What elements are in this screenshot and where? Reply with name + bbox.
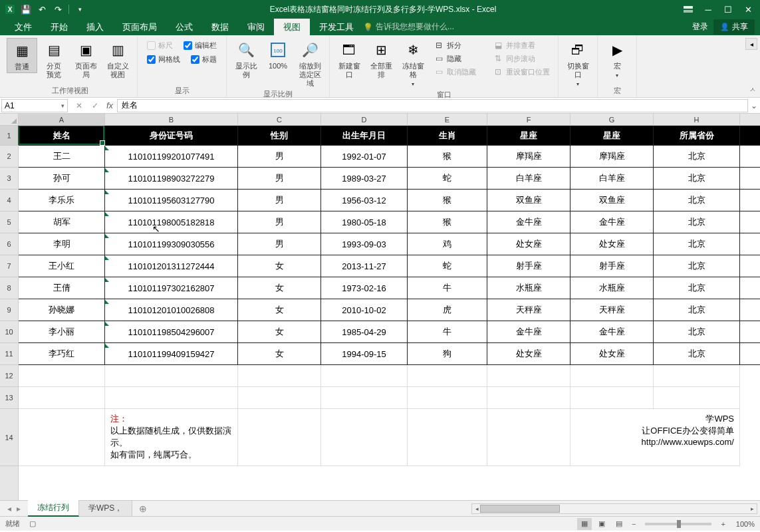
gridlines-checkbox[interactable]: 网格线 — [147, 55, 180, 65]
empty-cell[interactable] — [238, 365, 321, 387]
zoom-slider[interactable] — [645, 523, 711, 525]
column-header[interactable]: C — [238, 114, 321, 125]
header-cell[interactable]: 性别 — [238, 126, 321, 145]
empty-cell[interactable] — [19, 387, 105, 409]
collapse-ribbon-icon[interactable]: ㅅ — [749, 85, 756, 94]
data-cell[interactable]: 男 — [238, 211, 321, 233]
data-cell[interactable]: 金牛座 — [570, 211, 654, 233]
data-cell[interactable]: 处女座 — [487, 343, 570, 364]
empty-cell[interactable] — [19, 409, 105, 466]
data-cell[interactable]: 1980-05-18 — [321, 211, 408, 233]
data-cell[interactable]: 男 — [238, 168, 321, 189]
tab-layout[interactable]: 页面布局 — [113, 19, 166, 35]
normal-view-icon[interactable]: ▦ — [577, 518, 592, 530]
data-cell[interactable]: 蛇 — [408, 255, 487, 277]
ribbon-options-icon[interactable] — [679, 3, 697, 16]
data-cell[interactable]: 王二 — [19, 146, 105, 167]
data-cell[interactable]: 射手座 — [487, 255, 570, 277]
empty-cell[interactable] — [238, 387, 321, 409]
macro-button[interactable]: ▶宏▾ — [602, 38, 632, 81]
cells-area[interactable]: ↖ 姓名身份证号码性别出生年月日生肖星座星座所属省份王二110101199201… — [19, 126, 760, 500]
column-header[interactable]: A — [19, 114, 105, 125]
zoom-selection-button[interactable]: 🔎缩放到 选定区域 — [295, 38, 325, 89]
save-icon[interactable]: 💾 — [19, 3, 33, 16]
tab-nav-first-icon[interactable]: ◂ — [5, 504, 13, 513]
data-cell[interactable]: 水瓶座 — [487, 277, 570, 299]
data-cell[interactable]: 天秤座 — [570, 299, 654, 321]
data-cell[interactable]: 金牛座 — [487, 321, 570, 342]
data-cell[interactable]: 处女座 — [487, 233, 570, 255]
data-cell[interactable]: 孙晓娜 — [19, 299, 105, 321]
custom-view-button[interactable]: ▥自定义视图 — [102, 38, 133, 80]
data-cell[interactable]: 狗 — [408, 343, 487, 364]
fx-icon[interactable]: fx — [106, 100, 113, 110]
data-cell[interactable]: 李巧红 — [19, 343, 105, 364]
empty-cell[interactable] — [321, 365, 408, 387]
zoom-in-button[interactable]: + — [718, 520, 727, 528]
data-cell[interactable]: 北京 — [654, 321, 740, 342]
empty-cell[interactable] — [654, 387, 740, 409]
data-cell[interactable]: 110101199201077491 — [105, 146, 238, 167]
data-cell[interactable]: 猴 — [408, 190, 487, 211]
row-header[interactable]: 5 — [0, 211, 18, 233]
data-cell[interactable]: 李明 — [19, 233, 105, 255]
data-cell[interactable]: 1993-09-03 — [321, 233, 408, 255]
data-cell[interactable]: 白羊座 — [570, 168, 654, 189]
data-cell[interactable]: 110101197302162807 — [105, 277, 238, 299]
macro-record-icon[interactable]: ▢ — [29, 519, 36, 528]
data-cell[interactable]: 110101198903272279 — [105, 168, 238, 189]
new-window-button[interactable]: 🗔新建窗口 — [334, 38, 364, 80]
data-cell[interactable]: 处女座 — [570, 343, 654, 364]
split-button[interactable]: ⊟拆分 — [432, 39, 477, 51]
data-cell[interactable]: 北京 — [654, 343, 740, 364]
zoom-out-button[interactable]: − — [629, 520, 638, 528]
tab-formula[interactable]: 公式 — [166, 19, 202, 35]
row-header[interactable]: 10 — [0, 321, 18, 343]
data-cell[interactable]: 男 — [238, 233, 321, 255]
data-cell[interactable]: 李乐乐 — [19, 190, 105, 211]
formula-bar-checkbox[interactable]: 编辑栏 — [184, 41, 217, 51]
empty-cell[interactable] — [654, 365, 740, 387]
tab-file[interactable]: 文件 — [5, 19, 41, 35]
data-cell[interactable]: 110101199309030556 — [105, 233, 238, 255]
data-cell[interactable]: 1985-04-29 — [321, 321, 408, 342]
tab-home[interactable]: 开始 — [41, 19, 77, 35]
data-cell[interactable]: 110101201010026808 — [105, 299, 238, 321]
data-cell[interactable]: 110101198504296007 — [105, 321, 238, 342]
data-cell[interactable]: 白羊座 — [487, 168, 570, 189]
scrollbar-thumb[interactable] — [480, 505, 560, 513]
data-cell[interactable]: 鸡 — [408, 233, 487, 255]
sheet-tab-2[interactable]: 学WPS， — [79, 501, 132, 516]
column-header[interactable]: H — [654, 114, 740, 125]
close-icon[interactable]: ✕ — [739, 3, 757, 16]
data-cell[interactable]: 1994-09-15 — [321, 343, 408, 364]
row-header[interactable]: 3 — [0, 168, 18, 190]
empty-cell[interactable] — [570, 387, 654, 409]
normal-view-button[interactable]: ▦普通 — [7, 38, 37, 73]
hide-button[interactable]: ▭隐藏 — [432, 53, 477, 65]
data-cell[interactable]: 2010-10-02 — [321, 299, 408, 321]
empty-cell[interactable] — [487, 409, 570, 466]
data-cell[interactable]: 金牛座 — [570, 321, 654, 342]
sheet-tab-1[interactable]: 冻结行列 — [28, 500, 79, 517]
data-cell[interactable]: 摩羯座 — [487, 146, 570, 167]
header-cell[interactable]: 身份证号码 — [105, 126, 238, 145]
row-header[interactable]: 11 — [0, 343, 18, 365]
data-cell[interactable]: 孙可 — [19, 168, 105, 189]
data-cell[interactable]: 双鱼座 — [570, 190, 654, 211]
data-cell[interactable]: 双鱼座 — [487, 190, 570, 211]
page-break-view-icon[interactable]: ▤ — [612, 518, 626, 530]
row-header[interactable]: 12 — [0, 365, 18, 387]
header-cell[interactable]: 星座 — [487, 126, 570, 145]
data-cell[interactable]: 北京 — [654, 190, 740, 211]
tab-review[interactable]: 审阅 — [238, 19, 274, 35]
data-cell[interactable]: 1992-01-07 — [321, 146, 408, 167]
note-cell[interactable]: 注：以上数据随机生成，仅供数据演示。如有雷同，纯属巧合。 — [105, 409, 238, 466]
data-cell[interactable]: 女 — [238, 321, 321, 342]
data-cell[interactable]: 北京 — [654, 211, 740, 233]
header-cell[interactable]: 姓名 — [19, 126, 105, 145]
data-cell[interactable]: 110101198005182818 — [105, 211, 238, 233]
empty-cell[interactable] — [487, 387, 570, 409]
data-cell[interactable]: 女 — [238, 255, 321, 277]
tab-view[interactable]: 视图 — [274, 19, 310, 35]
